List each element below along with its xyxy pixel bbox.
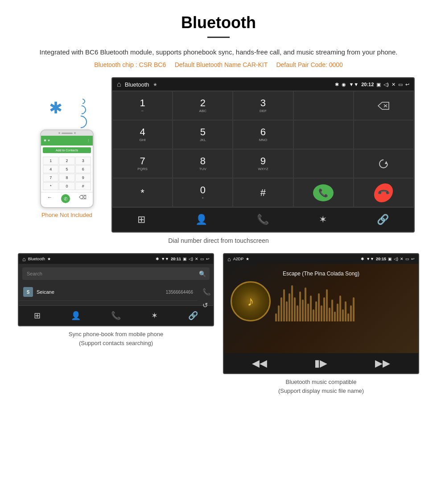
spec-line: Bluetooth chip : CSR BC6 Default Bluetoo… [18,61,419,68]
music-home-icon[interactable]: ⌂ [227,256,231,262]
key-star[interactable]: * [112,178,173,207]
status-right: ✱ ◉ ▼▼ 20:12 ▣ ◁) ✕ ▭ ↩ [335,82,409,87]
music-vol-icon: ◁) [394,257,398,261]
music-sig-icon: ▼▼ [366,257,374,261]
phonebook-item: ⌂ Bluetooth ★ ✱ ▼▼ 20:11 ▣ ◁) ✕ ▭ ↩ [18,253,214,395]
nav-person-icon[interactable]: 👤 [195,214,207,225]
key-4[interactable]: 4GHI [112,120,173,149]
key-6[interactable]: 6MNO [233,120,293,149]
contacts-search-bar[interactable]: Search 🔍 [22,267,210,280]
refresh-key[interactable] [354,149,414,178]
song-title: Escape (The Pina Colada Song) [231,271,412,277]
phone-side: ✱ ✱ ▼ ⋮ [22,95,111,218]
key-8[interactable]: 8TUV [173,149,233,178]
wbar-11 [302,300,304,322]
phone-key-star: * [43,182,58,190]
pb-nav-bt-icon[interactable]: ✶ [151,311,158,321]
call-red-key[interactable]: 📞 [354,178,414,207]
wbar-12 [305,287,306,322]
pb-nav-link-icon[interactable]: 🔗 [188,311,198,321]
wbar-8 [294,297,296,321]
key-hash[interactable]: # [233,178,293,207]
pb-sig-icon: ▼▼ [161,257,169,261]
wbar-18 [321,305,322,321]
key-9[interactable]: 9WXYZ [233,149,293,178]
pb-status-right: ✱ ▼▼ 20:11 ▣ ◁) ✕ ▭ ↩ [156,257,210,261]
contact-phone: 13566664466 [166,290,193,295]
phone-screen: ✱ ▼ ⋮ Add to Contacts 1 2 3 4 5 6 7 8 9 [41,136,93,207]
call-green-icon: 📞 [313,184,334,201]
nav-link-icon[interactable]: 🔗 [377,214,389,225]
pb-nav-grid-icon[interactable]: ⊞ [34,311,41,321]
music-status-left: ⌂ A2DP ★ [227,256,249,262]
home-icon[interactable]: ⌂ [117,80,121,88]
phone-call-button[interactable]: ✆ [61,194,70,203]
main-bottom-nav: ⊞ 👤 📞 ✶ 🔗 [112,207,414,232]
pb-nav-person-icon[interactable]: 👤 [71,311,81,321]
pb-win-icon: ▭ [200,257,204,261]
wbar-29 [350,305,352,321]
phone-key-2: 2 [59,157,74,165]
key-5[interactable]: 5JKL [173,120,233,149]
pb-home-icon[interactable]: ⌂ [22,256,26,262]
nav-grid-icon[interactable]: ⊞ [137,214,145,225]
key-0[interactable]: 0+ [173,178,233,207]
phone-add-contact-btn: Add to Contacts [43,147,91,153]
signal-waves [74,99,87,128]
search-icon: 🔍 [199,271,206,277]
phone-key-0: 0 [59,182,74,190]
title-divider [207,37,230,38]
music-title-bar: A2DP [233,257,244,261]
music-win-icon: ▭ [405,257,409,261]
contacts-list-wrapper: S Seicane 13566664466 📞 ↺ [19,283,213,301]
wbar-6 [289,293,290,321]
x-icon: ✕ [392,82,396,87]
backspace-key[interactable] [354,91,414,120]
time-display: 20:12 [361,82,374,87]
wbar-2 [278,305,280,321]
contact-avatar: S [23,287,33,297]
dial-caption: Dial number direct from touchscreen [18,237,419,244]
music-caption-line2: (Support display music file name) [278,387,364,394]
pb-nav-phone-icon[interactable]: 📞 [111,311,121,321]
wbar-24 [337,304,338,322]
phone-keypad: 1 2 3 4 5 6 7 8 9 * 0 # [41,155,93,192]
side-refresh-icon[interactable]: ↺ [202,301,211,309]
phone-back-icon: ← [47,194,53,203]
refresh-icon [377,158,390,170]
main-status-bar: ⌂ Bluetooth ★ ✱ ◉ ▼▼ 20:12 ▣ ◁) ✕ ▭ ↩ [112,78,414,91]
key-empty-4 [293,149,354,178]
play-pause-button[interactable]: ▮▶ [314,358,327,369]
wbar-19 [323,297,325,321]
nav-bt-icon[interactable]: ✶ [319,214,327,225]
key-3[interactable]: 3DEF [233,91,293,120]
music-camera-icon: ▣ [388,257,392,261]
music-content: Escape (The Pina Colada Song) ♪ [224,264,418,353]
back-icon[interactable]: ↩ [405,82,409,87]
spec-code: Default Pair Code: 0000 [276,61,342,68]
call-green-key[interactable]: 📞 [293,178,354,207]
music-caption: Bluetooth music compatible (Support disp… [278,378,364,395]
music-item: ⌂ A2DP ★ ✱ ▼▼ 20:15 ▣ ◁) ✕ ▭ ↩ [223,253,419,395]
wbar-9 [297,305,298,321]
phone-key-7: 7 [43,174,58,182]
camera-icon: ▣ [376,82,381,87]
nav-phone-icon[interactable]: 📞 [257,214,269,225]
wbar-22 [331,300,333,322]
wbar-3 [280,297,282,321]
key-1[interactable]: 1∽ [112,91,173,120]
key-7[interactable]: 7PQRS [112,149,173,178]
phone-key-8: 8 [59,174,74,182]
next-button[interactable]: ▶▶ [375,358,390,369]
prev-button[interactable]: ◀◀ [252,358,267,369]
music-time: 20:15 [376,257,386,261]
pb-back-icon[interactable]: ↩ [206,257,210,261]
music-back-icon[interactable]: ↩ [411,257,415,261]
top-section: ✱ ✱ ▼ ⋮ [18,77,419,233]
phone-del-icon: ⌫ [79,194,87,203]
key-2[interactable]: 2ABC [173,91,233,120]
side-call-icon[interactable]: 📞 [202,288,211,296]
search-placeholder: Search [27,271,42,276]
wbar-1 [275,313,277,321]
phone-speaker [62,133,73,134]
